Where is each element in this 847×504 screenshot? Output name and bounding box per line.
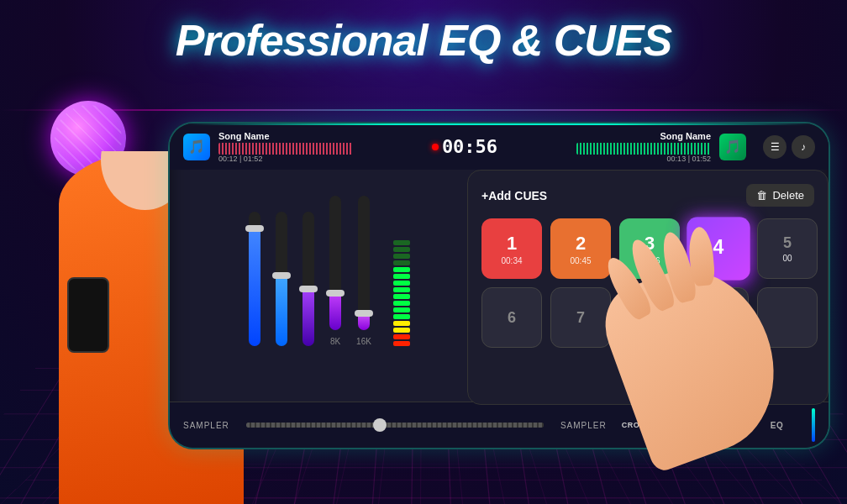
vu-bar-green-1 xyxy=(393,314,410,319)
cue-number-5: 5 xyxy=(783,234,792,252)
slider-3 xyxy=(302,212,314,346)
top-line xyxy=(0,109,847,111)
track-icon-left: 🎵 xyxy=(183,134,210,160)
vu-bar-green-4 xyxy=(393,294,410,299)
cue-btn-7[interactable]: 7 xyxy=(550,287,611,348)
slider-2 xyxy=(276,212,287,346)
playlist-icon[interactable]: ☰ xyxy=(763,135,786,159)
delete-button[interactable]: 🗑 Delete xyxy=(746,184,814,207)
cue-number-1: 1 xyxy=(507,233,517,255)
center-display: 00:56 xyxy=(423,136,507,157)
vu-bar-red-2 xyxy=(393,334,410,339)
slider-track-5[interactable] xyxy=(358,196,370,330)
vu-bar-green-8 xyxy=(393,267,410,272)
vu-bar-green-7 xyxy=(393,274,410,279)
track-name-right: Song Name xyxy=(515,131,711,141)
sampler-label-right: SAMPLER xyxy=(560,421,607,430)
slider-5: 16K xyxy=(356,196,371,346)
cue-btn-1[interactable]: 1 00:34 xyxy=(481,218,542,279)
label-16k: 16K xyxy=(356,337,371,346)
crossfader-thumb xyxy=(373,418,387,432)
vu-meter xyxy=(393,212,410,346)
eq-section: 8K 16K xyxy=(170,170,489,405)
phone xyxy=(67,277,109,353)
cue-number-7: 7 xyxy=(576,309,585,327)
vu-bar-green-5 xyxy=(393,287,410,292)
vu-bar-off-1 xyxy=(393,260,410,265)
label-8k: 8K xyxy=(330,337,340,346)
dj-topbar: 🎵 Song Name 00:12 | 01:52 00:56 Song Nam… xyxy=(170,123,829,170)
page-title: Professional EQ & CUES xyxy=(0,15,847,66)
cue-number-4: 4 xyxy=(713,236,724,259)
waveform-right xyxy=(576,143,711,155)
cue-number-2: 2 xyxy=(576,233,586,255)
track-right: Song Name 00:13 | 01:52 xyxy=(515,131,711,163)
trash-icon: 🗑 xyxy=(756,189,767,202)
hand-shape xyxy=(593,249,798,474)
add-cues-button[interactable]: +Add CUES xyxy=(481,189,547,202)
center-time: 00:56 xyxy=(442,136,497,157)
track-time-right: 00:13 | 01:52 xyxy=(515,155,711,163)
right-icons: ☰ ♪ xyxy=(763,135,815,159)
music-note-icon[interactable]: ♪ xyxy=(792,135,815,159)
slider-4: 8K xyxy=(329,196,341,346)
slider-track-2[interactable] xyxy=(276,212,287,346)
vu-bar-yellow-1 xyxy=(393,328,410,333)
slider-1 xyxy=(249,212,260,346)
cue-time-1: 00:34 xyxy=(501,256,522,265)
vu-bar-off-4 xyxy=(393,240,410,245)
vu-bar-off-3 xyxy=(393,247,410,252)
cue-time-5: 00 xyxy=(782,254,792,263)
vu-bar-green-2 xyxy=(393,307,410,312)
vu-bar-yellow-2 xyxy=(393,321,410,326)
sliders-row: 8K 16K xyxy=(183,178,476,346)
track-time-left: 00:12 | 01:52 xyxy=(218,155,414,163)
glow-border-top xyxy=(187,123,812,125)
cue-btn-6[interactable]: 6 xyxy=(481,287,542,348)
crossfader-track xyxy=(246,423,544,428)
rec-dot xyxy=(432,144,439,150)
track-name-left: Song Name xyxy=(218,131,414,141)
vu-bar-off-2 xyxy=(393,254,410,259)
slider-track-3[interactable] xyxy=(302,212,314,346)
vu-bar-green-6 xyxy=(393,281,410,286)
hand xyxy=(620,269,771,454)
cue-number-6: 6 xyxy=(508,309,516,327)
eq-label: EQ xyxy=(771,421,783,430)
waveform-left xyxy=(218,143,353,155)
cue-btn-2[interactable]: 2 00:45 xyxy=(550,218,611,279)
vu-bar-green-3 xyxy=(393,301,410,306)
delete-label: Delete xyxy=(772,189,804,202)
track-left: Song Name 00:12 | 01:52 xyxy=(218,131,414,163)
slider-track-4[interactable] xyxy=(329,196,341,330)
track-icon-right: 🎵 xyxy=(719,134,746,160)
accent-bar xyxy=(812,408,815,442)
slider-track-1[interactable] xyxy=(249,212,260,346)
vu-bar-red-1 xyxy=(393,341,410,346)
cue-time-2: 00:45 xyxy=(570,256,591,265)
sampler-label-left: SAMPLER xyxy=(183,421,229,430)
cues-header: +Add CUES 🗑 Delete xyxy=(481,184,814,207)
crossfader[interactable] xyxy=(246,423,544,428)
